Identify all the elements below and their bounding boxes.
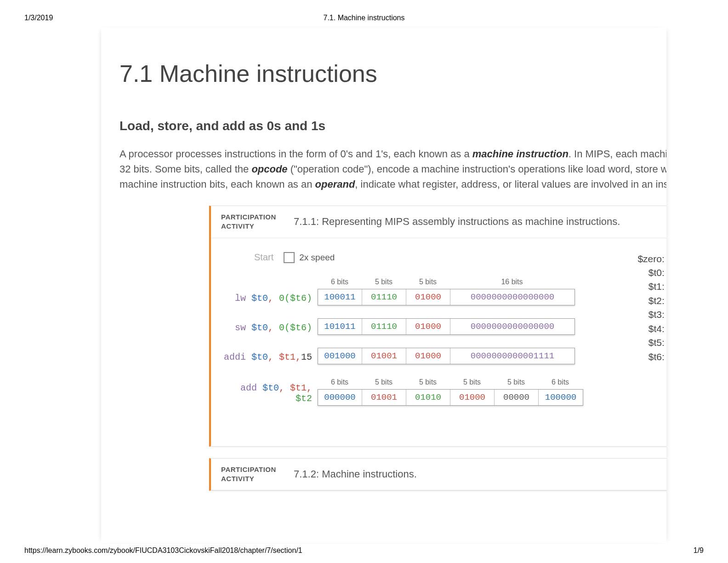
bits-cell: 001000: [318, 348, 362, 364]
activity-7-1-1: PARTICIPATIONACTIVITY 7.1.1: Representin…: [209, 206, 666, 447]
bits-cell: 01000: [406, 348, 450, 364]
text-fragment: ("operation code"), encode a machine ins…: [288, 163, 666, 175]
bits-cell: 100011: [318, 289, 362, 305]
bits-cell: 01001: [362, 348, 406, 364]
instruction-row: add $t0, $t1, $t26 bits5 bits5 bits5 bit…: [221, 377, 666, 406]
bits-header-cell: 6 bits: [538, 377, 582, 387]
register-entry: $t3: 01011: [637, 308, 666, 322]
bits-header-cell: 5 bits: [450, 377, 494, 387]
speed-checkbox[interactable]: [284, 252, 295, 263]
assembly-code: addi $t0, $t1,15: [221, 352, 318, 364]
register-panel: $zero: 00000$t0: 01000$t1: 01001$t2: 010…: [637, 252, 666, 364]
register-entry: $t5: 01101: [637, 336, 666, 350]
activity-body: Start 2x speed lw $t0, 0($t6)6 bits5 bit…: [211, 238, 666, 446]
footer-url: https://learn.zybooks.com/zybook/FIUCDA3…: [24, 546, 302, 555]
bits-table: 00100001001010000000000000001111: [318, 348, 575, 364]
bits-row: 00000001001010100100000000100000: [318, 389, 583, 406]
bits-row: 10001101110010000000000000000000: [318, 289, 575, 305]
activity-header: PARTICIPATIONACTIVITY 7.1.2: Machine ins…: [211, 459, 666, 491]
text-fragment: . In MIPS, each machine: [569, 148, 666, 160]
body-paragraph: A processor processes instructions in th…: [119, 146, 648, 192]
bits-cell: 101011: [318, 319, 362, 334]
assembly-code: lw $t0, 0($t6): [221, 293, 318, 305]
bits-header-cell: 5 bits: [362, 277, 406, 287]
bits-header-cell: 16 bits: [450, 277, 574, 287]
activity-title: 7.1.2: Machine instructions.: [294, 468, 417, 480]
animation-controls: Start 2x speed: [221, 252, 666, 263]
instruction-row: sw $t0, 0($t6)10101101110010000000000000…: [221, 318, 666, 335]
bits-header-cell: 6 bits: [318, 277, 362, 287]
bits-cell: 01000: [406, 319, 450, 334]
activity-label: PARTICIPATIONACTIVITY: [221, 213, 285, 231]
print-date: 1/3/2019: [24, 14, 53, 22]
bits-cell: 01000: [406, 289, 450, 305]
activity-header: PARTICIPATIONACTIVITY 7.1.1: Representin…: [211, 206, 666, 238]
bits-table: 10101101110010000000000000000000: [318, 318, 575, 335]
register-entry: $t1: 01001: [637, 280, 666, 293]
text-fragment: 32 bits. Some bits, called the: [119, 163, 251, 175]
register-entry: $t6: 01110: [637, 350, 666, 364]
bits-header-cell: 6 bits: [318, 377, 362, 387]
bits-header-cell: 5 bits: [494, 377, 538, 387]
bits-cell: 01001: [362, 390, 406, 405]
register-entry: $t2: 01010: [637, 294, 666, 308]
bits-table: 6 bits5 bits5 bits16 bits100011011100100…: [318, 277, 575, 305]
section-heading: Load, store, and add as 0s and 1s: [119, 119, 648, 133]
speed-label: 2x speed: [299, 253, 335, 263]
bits-cell: 000000: [318, 390, 362, 405]
bits-table: 6 bits5 bits5 bits5 bits5 bits6 bits0000…: [318, 377, 583, 406]
register-entry: $t4: 01100: [637, 322, 666, 336]
text-fragment: A processor processes instructions in th…: [119, 148, 472, 160]
page-title: 7.1 Machine instructions: [119, 60, 648, 87]
instruction-row: addi $t0, $t1,15001000010010100000000000…: [221, 348, 666, 364]
bits-cell: 01110: [362, 289, 406, 305]
text-fragment: machine instruction bits, each known as …: [119, 178, 315, 190]
start-button[interactable]: Start: [254, 252, 273, 263]
bits-cell: 01110: [362, 319, 406, 334]
bits-cell: 0000000000000000: [450, 319, 574, 334]
bits-cell: 0000000000001111: [450, 348, 574, 364]
activity-7-1-2: PARTICIPATIONACTIVITY 7.1.2: Machine ins…: [209, 458, 666, 491]
register-entry: $t0: 01000: [637, 266, 666, 280]
term-opcode: opcode: [251, 163, 287, 175]
instruction-row: lw $t0, 0($t6)6 bits5 bits5 bits16 bits1…: [221, 277, 666, 305]
bits-row: 10101101110010000000000000000000: [318, 318, 575, 335]
term-operand: operand: [315, 178, 355, 190]
bits-header: 6 bits5 bits5 bits5 bits5 bits6 bits: [318, 377, 583, 387]
bits-cell: 0000000000000000: [450, 289, 574, 305]
activity-title: 7.1.1: Representing MIPS assembly instru…: [294, 216, 620, 228]
footer-page-number: 1/9: [694, 546, 704, 555]
print-header: 1/3/2019 7.1. Machine instructions: [0, 14, 728, 22]
bits-cell: 01000: [450, 390, 495, 405]
text-fragment: , indicate what register, address, or li…: [355, 178, 666, 190]
bits-header-cell: 5 bits: [406, 277, 450, 287]
activity-label: PARTICIPATIONACTIVITY: [221, 465, 285, 484]
assembly-code: add $t0, $t1, $t2: [221, 383, 318, 406]
page-content: 7.1 Machine instructions Load, store, an…: [101, 28, 666, 543]
assembly-code: sw $t0, 0($t6): [221, 322, 318, 335]
print-footer: https://learn.zybooks.com/zybook/FIUCDA3…: [0, 546, 728, 555]
bits-header: 6 bits5 bits5 bits16 bits: [318, 277, 575, 287]
print-title: 7.1. Machine instructions: [324, 14, 405, 22]
bits-row: 00100001001010000000000000001111: [318, 348, 575, 364]
term-machine-instruction: machine instruction: [472, 148, 569, 160]
bits-cell: 100000: [539, 390, 583, 405]
register-entry: $zero: 00000: [637, 252, 666, 266]
bits-cell: 01010: [406, 390, 450, 405]
bits-header-cell: 5 bits: [362, 377, 406, 387]
bits-cell: 00000: [495, 390, 539, 405]
bits-header-cell: 5 bits: [406, 377, 450, 387]
